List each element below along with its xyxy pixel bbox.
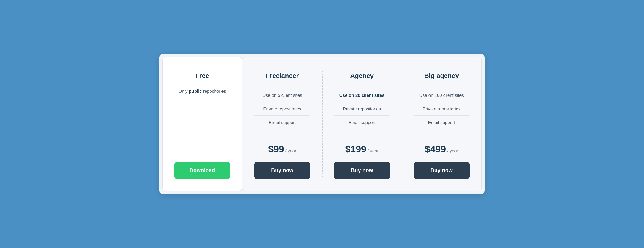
big-agency-feature-2: Private repositories <box>414 102 470 116</box>
big-agency-price-amount: $499 <box>425 144 446 154</box>
pricing-container: Free Only public repositories Download F… <box>159 54 485 194</box>
freelancer-features-list: Use on 5 client sites Private repositori… <box>254 89 310 129</box>
freelancer-plan-card: Freelancer Use on 5 client sites Private… <box>242 57 322 191</box>
freelancer-feature-3: Email support <box>254 116 310 129</box>
freelancer-price-period: / year <box>284 148 297 153</box>
big-agency-feature-1: Use on 100 client sites <box>414 89 470 102</box>
free-plan-card: Free Only public repositories Download <box>162 57 242 191</box>
freelancer-plan-title: Freelancer <box>266 72 299 80</box>
freelancer-feature-1: Use on 5 client sites <box>254 89 310 102</box>
freelancer-price-section: $99 / year <box>268 144 296 155</box>
agency-price-period: / year <box>366 148 379 153</box>
agency-features-list: Use on 20 client sites Private repositor… <box>334 89 390 129</box>
agency-price-section: $199 / year <box>345 144 379 155</box>
agency-buy-button[interactable]: Buy now <box>334 162 390 179</box>
agency-feature-2: Private repositories <box>334 102 390 116</box>
paid-plans-wrapper: Freelancer Use on 5 client sites Private… <box>242 54 485 194</box>
free-plan-description: Only public repositories <box>179 89 226 94</box>
big-agency-plan-card: Big agency Use on 100 client sites Priva… <box>402 57 481 191</box>
free-desc-bold: public <box>189 89 202 94</box>
free-plan-wrapper: Free Only public repositories Download <box>159 54 242 194</box>
big-agency-price-section: $499 / year <box>425 144 458 155</box>
agency-feature-1: Use on 20 client sites <box>334 89 390 102</box>
agency-plan-card: Agency Use on 20 client sites Private re… <box>322 57 402 191</box>
big-agency-buy-button[interactable]: Buy now <box>414 162 470 179</box>
agency-plan-title: Agency <box>350 72 373 80</box>
free-desc-suffix: repositories <box>202 89 226 94</box>
free-plan-title: Free <box>195 72 209 80</box>
paid-plans-group: Freelancer Use on 5 client sites Private… <box>242 57 482 191</box>
freelancer-price-amount: $99 <box>268 144 284 154</box>
big-agency-plan-title: Big agency <box>424 72 459 80</box>
freelancer-buy-button[interactable]: Buy now <box>254 162 310 179</box>
big-agency-feature-3: Email support <box>414 116 470 129</box>
freelancer-feature-2: Private repositories <box>254 102 310 116</box>
agency-feature-3: Email support <box>334 116 390 129</box>
big-agency-features-list: Use on 100 client sites Private reposito… <box>414 89 470 129</box>
free-desc-prefix: Only <box>179 89 189 94</box>
agency-price-amount: $199 <box>345 144 366 154</box>
big-agency-price-period: / year <box>446 148 458 153</box>
download-button[interactable]: Download <box>174 162 230 179</box>
